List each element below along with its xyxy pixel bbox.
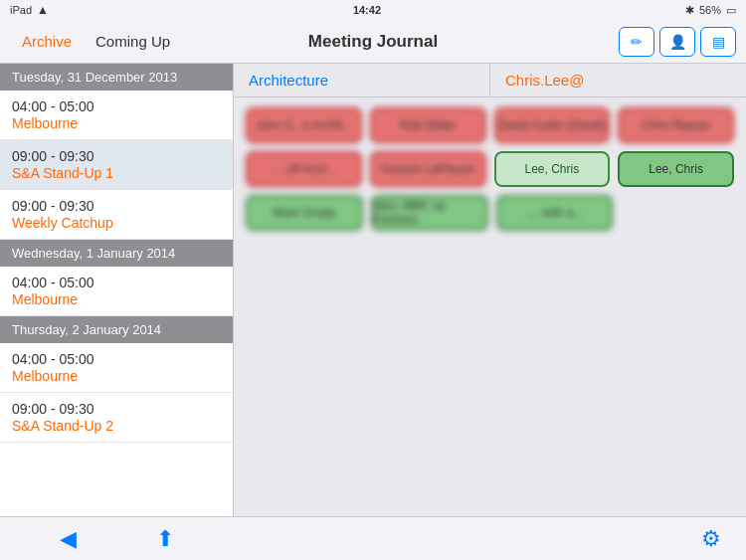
cell-label: Mark Grady [274,206,336,220]
edit-button[interactable]: ✏ [619,27,654,57]
item-title: Melbourne [12,291,221,307]
gear-icon: ⚙ [701,526,721,551]
grid-cell-empty [621,195,734,231]
grid-row: Mark Grady S&U, BBP, as Partners ..., wi… [246,195,734,231]
right-panel: Architecture Chris.Lee@ John S., a Archi… [234,64,746,516]
grid-row: John S., a Archit... Rob Didier David Au… [246,107,734,143]
grid-cell[interactable]: Chris Rayner [618,107,734,143]
cell-label: Lee, Chris [649,162,703,176]
battery-level: 56% [699,4,721,16]
list-item[interactable]: 09:00 - 09:30 S&A Stand-Up 1 [0,140,233,190]
item-time: 04:00 - 05:00 [12,98,221,114]
list-icon: ▤ [712,34,725,50]
status-left: iPad ▲ [10,3,49,17]
contact-button[interactable]: 👤 [659,27,695,57]
person-icon: 👤 [669,34,686,50]
cell-label: John S., a Archit... [256,118,352,132]
nav-actions: ✏ 👤 ▤ [619,27,736,57]
ipad-label: iPad [10,4,32,16]
item-time: 04:00 - 05:00 [12,275,221,290]
grid-cell[interactable]: ..., off Arch... [246,151,362,187]
section-header-2: Wednesday, 1 January 2014 [0,240,233,267]
bluetooth-icon: ✱ [685,4,694,17]
item-time: 09:00 - 09:30 [12,148,221,164]
main-content: Tuesday, 31 December 2013 04:00 - 05:00 … [0,64,746,516]
list-item[interactable]: 04:00 - 05:00 Melbourne [0,91,233,140]
grid-cell-lee-chris-outline[interactable]: Lee, Chris [494,151,611,187]
item-title: Weekly Catchup [12,215,221,231]
section-header-3: Thursday, 2 January 2014 [0,316,233,343]
meeting-grid: John S., a Archit... Rob Didier David Au… [234,97,746,516]
cell-label: Chris Rayner [642,118,711,132]
section-header-1: Tuesday, 31 December 2013 [0,64,233,91]
tab-archive[interactable]: Archive [10,28,84,55]
status-time: 14:42 [353,4,381,16]
settings-button[interactable]: ⚙ [696,521,726,557]
cell-label: ..., with a... [525,206,583,220]
status-right: ✱ 56% ▭ [685,4,736,17]
grid-cell-lee-chris-green[interactable]: Lee, Chris [618,151,734,187]
grid-cell[interactable]: Rob Didier [370,107,486,143]
list-item[interactable]: 09:00 - 09:30 S&A Stand-Up 2 [0,393,233,443]
status-bar: iPad ▲ 14:42 ✱ 56% ▭ [0,0,746,20]
grid-cell[interactable]: David Austin (David) [494,107,611,143]
grid-cell[interactable]: S&U, BBP, as Partners [371,195,488,231]
item-title: Melbourne [12,115,221,131]
grid-cell[interactable]: ..., with a... [496,195,614,231]
item-time: 04:00 - 05:00 [12,351,221,367]
list-button[interactable]: ▤ [700,27,736,57]
nav-tabs: Archive Coming Up [10,28,182,55]
col-headers: Architecture Chris.Lee@ [234,64,746,97]
share-button[interactable]: ⬆ [151,521,179,557]
nav-bar: Archive Coming Up Meeting Journal ✏ 👤 ▤ [0,20,746,64]
list-item[interactable]: 04:00 - 05:00 Melbourne [0,267,233,316]
tab-coming-up[interactable]: Coming Up [84,28,182,55]
list-item[interactable]: 09:00 - 09:30 Weekly Catchup [0,190,233,240]
share-icon: ⬆ [156,526,174,551]
edit-icon: ✏ [631,34,643,50]
wifi-icon: ▲ [37,3,49,17]
cell-label: Rob Didier [400,118,457,132]
col-header-chris[interactable]: Chris.Lee@ [490,64,746,96]
grid-row: ..., off Arch... Autumn LaFleune Lee, Ch… [246,151,734,187]
nav-title: Meeting Journal [308,32,438,52]
item-title: S&A Stand-Up 2 [12,418,221,434]
bottom-bar: ◀ ⬆ ⚙ [0,516,746,560]
sidebar: Tuesday, 31 December 2013 04:00 - 05:00 … [0,64,234,516]
back-icon: ◀ [60,526,77,551]
bottom-left: ◀ ⬆ [0,521,234,557]
cell-label: ..., off Arch... [271,162,337,176]
grid-cell[interactable]: Mark Grady [246,195,363,231]
item-time: 09:00 - 09:30 [12,198,221,214]
item-title: S&A Stand-Up 1 [12,165,221,181]
list-item[interactable]: 04:00 - 05:00 Melbourne [0,343,233,393]
battery-icon: ▭ [726,4,736,17]
cell-label: Lee, Chris [525,162,580,176]
cell-label: David Austin (David) [498,118,607,132]
item-time: 09:00 - 09:30 [12,401,221,417]
back-button[interactable]: ◀ [55,521,82,557]
cell-label: Autumn LaFleune [381,162,475,176]
cell-label: S&U, BBP, as Partners [373,199,486,227]
grid-cell[interactable]: Autumn LaFleune [370,151,486,187]
bottom-right: ⚙ [234,521,746,557]
col-header-architecture[interactable]: Architecture [234,64,490,96]
grid-cell[interactable]: John S., a Archit... [246,107,362,143]
item-title: Melbourne [12,368,221,384]
